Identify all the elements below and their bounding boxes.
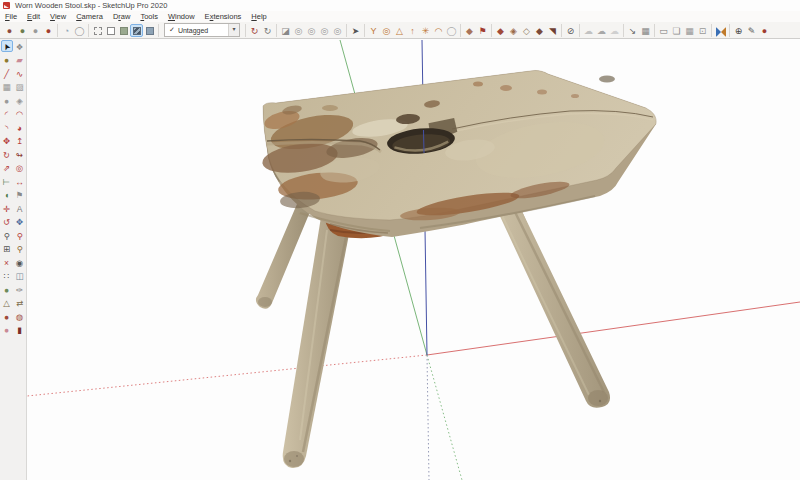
eraser-tool[interactable]: ▰ xyxy=(14,53,26,65)
monitor-icon[interactable]: ▭ xyxy=(657,24,670,37)
sculpt-pull-icon[interactable]: ◆ xyxy=(494,24,507,37)
look-around-tool[interactable]: ◉ xyxy=(14,256,26,268)
follow-me-tool[interactable]: ↬ xyxy=(14,148,26,160)
add-detail-tool[interactable]: △ xyxy=(1,296,13,308)
flag-tool-icon[interactable]: ⚑ xyxy=(476,24,489,37)
move-tool[interactable]: ✥ xyxy=(1,134,13,146)
component-replace-icon[interactable]: ↻ xyxy=(261,24,274,37)
zoom-window-tool[interactable]: ⚲ xyxy=(14,229,26,241)
pink-blob-tool[interactable]: ● xyxy=(1,323,13,335)
select-tool[interactable]: ➤ xyxy=(1,40,13,52)
hidden-line-style-icon[interactable] xyxy=(104,24,117,37)
shape-circle-icon[interactable]: ◯ xyxy=(445,24,458,37)
dimension-tool[interactable]: ↔ xyxy=(14,175,26,187)
textured-sphere-tool[interactable]: ◍ xyxy=(14,310,26,322)
style-sphere-gray-icon[interactable]: ● xyxy=(29,24,42,37)
three-d-text-tool[interactable]: A xyxy=(14,202,26,214)
pencil-tool-icon[interactable]: ✎ xyxy=(745,24,758,37)
style-sphere-green-icon[interactable]: ● xyxy=(16,24,29,37)
walk-tool[interactable]: ∷ xyxy=(1,269,13,281)
send-to-layout-icon[interactable]: ↘ xyxy=(626,24,639,37)
shape-star-icon[interactable]: ✳ xyxy=(419,24,432,37)
flip-edge-tool[interactable]: ⇄ xyxy=(14,296,26,308)
component-refresh-icon[interactable]: ↻ xyxy=(248,24,261,37)
shape-dome-icon[interactable]: ◠ xyxy=(432,24,445,37)
zoom-tool[interactable]: ⚲ xyxy=(1,229,13,241)
wheel-a-icon[interactable]: ◎ xyxy=(292,24,305,37)
xray-mode-icon[interactable]: ◔ xyxy=(60,24,73,37)
sculpt-sphere-tool[interactable]: ● xyxy=(1,310,13,322)
shape-arrow-icon[interactable]: ↑ xyxy=(406,24,419,37)
section-display-icon[interactable]: ◪ xyxy=(279,24,292,37)
line-tool[interactable]: ╱ xyxy=(1,67,13,79)
rock-tool-icon[interactable]: ◆ xyxy=(463,24,476,37)
rectangle-tool[interactable]: ▦ xyxy=(1,80,13,92)
scale-tool[interactable]: ⇗ xyxy=(1,161,13,173)
shape-goblet-icon[interactable]: Y xyxy=(367,24,380,37)
sculpt-wedge-icon[interactable]: ◥ xyxy=(546,24,559,37)
polygon-tool[interactable]: ◈ xyxy=(14,94,26,106)
wheel-c-icon[interactable]: ◎ xyxy=(318,24,331,37)
zoom-previous-tool[interactable]: ⚲ xyxy=(14,242,26,254)
cloud-outline-icon[interactable]: ☁ xyxy=(582,24,595,37)
offset-tool[interactable]: ◎ xyxy=(14,161,26,173)
circle-cross-icon[interactable]: ⊕ xyxy=(732,24,745,37)
shape-torus-icon[interactable]: ◎ xyxy=(380,24,393,37)
two-point-arc-tool[interactable]: ◠ xyxy=(14,107,26,119)
three-point-arc-tool[interactable]: ◝ xyxy=(1,121,13,133)
menu-help[interactable]: Help xyxy=(246,11,271,22)
monochrome-style-icon[interactable] xyxy=(143,24,156,37)
tape-measure-tool[interactable]: ⊢ xyxy=(1,175,13,187)
menu-extensions[interactable]: Extensions xyxy=(200,11,247,22)
cloud-sync-icon[interactable]: ☁ xyxy=(595,24,608,37)
shaded-style-icon[interactable] xyxy=(117,24,130,37)
sculpt-brush-icon[interactable]: ◈ xyxy=(507,24,520,37)
position-camera-tool[interactable]: × xyxy=(1,256,13,268)
back-edges-icon[interactable]: ◯ xyxy=(73,24,86,37)
tag-select-dropdown[interactable]: ✓Untagged▾ xyxy=(164,23,240,37)
window-panel-icon[interactable]: ❏ xyxy=(670,24,683,37)
image-export-icon[interactable]: ▦ xyxy=(639,24,652,37)
axes-tool[interactable]: ✛ xyxy=(1,202,13,214)
soften-edges-tool[interactable]: ● xyxy=(1,283,13,295)
no-entry-icon[interactable]: ⊘ xyxy=(564,24,577,37)
wheel-b-icon[interactable]: ◎ xyxy=(305,24,318,37)
shape-cone-icon[interactable]: △ xyxy=(393,24,406,37)
orbit-tool[interactable]: ↺ xyxy=(1,215,13,227)
tag-dropdown-arrow-icon[interactable]: ▾ xyxy=(228,24,239,36)
push-pull-tool[interactable]: ↥ xyxy=(14,134,26,146)
shaded-textures-style-icon[interactable] xyxy=(130,24,143,37)
wheel-d-icon[interactable]: ◎ xyxy=(331,24,344,37)
style-sphere-red-icon[interactable]: ● xyxy=(3,24,16,37)
zoom-extents-tool[interactable]: ⊞ xyxy=(1,242,13,254)
rotated-rectangle-tool[interactable]: ▨ xyxy=(14,80,26,92)
menu-view[interactable]: View xyxy=(45,11,71,22)
menu-window[interactable]: Window xyxy=(163,11,200,22)
red-badge-icon[interactable]: ● xyxy=(758,24,771,37)
section-plane-tool[interactable]: ◫ xyxy=(14,269,26,281)
image-frame-icon[interactable]: ▦ xyxy=(683,24,696,37)
smoove-tool[interactable]: ✑ xyxy=(14,283,26,295)
arc-tool[interactable]: ◜ xyxy=(1,107,13,119)
make-component-tool[interactable]: ❖ xyxy=(14,40,26,52)
rotate-tool[interactable]: ↻ xyxy=(1,148,13,160)
viewport-canvas[interactable] xyxy=(27,39,800,480)
freehand-tool[interactable]: ∿ xyxy=(14,67,26,79)
lock-icon[interactable]: ⊡ xyxy=(696,24,709,37)
sculpt-dark-icon[interactable]: ◆ xyxy=(533,24,546,37)
cloud-plain-icon[interactable]: ☁ xyxy=(608,24,621,37)
menu-edit[interactable]: Edit xyxy=(22,11,45,22)
dark-box-tool[interactable]: ▮ xyxy=(14,323,26,335)
select-object-icon[interactable]: ➤ xyxy=(349,24,362,37)
wireframe-style-icon[interactable] xyxy=(91,24,104,37)
text-tool[interactable]: ⚑ xyxy=(14,188,26,200)
menu-camera[interactable]: Camera xyxy=(71,11,108,22)
menu-tools[interactable]: Tools xyxy=(135,11,163,22)
pie-tool[interactable]: ◕ xyxy=(14,121,26,133)
mirror-icon[interactable] xyxy=(714,24,727,37)
circle-tool[interactable]: ● xyxy=(1,94,13,106)
menu-file[interactable]: File xyxy=(0,11,22,22)
style-sphere-bright-icon[interactable]: ● xyxy=(42,24,55,37)
menu-draw[interactable]: Draw xyxy=(108,11,136,22)
paint-bucket-tool[interactable]: ● xyxy=(1,53,13,65)
